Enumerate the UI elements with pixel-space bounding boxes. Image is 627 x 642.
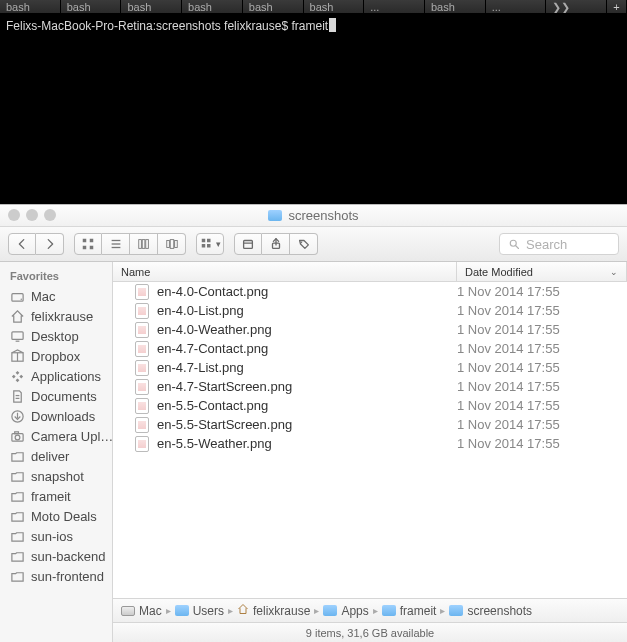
chevron-right-icon: ▸ xyxy=(166,605,171,616)
terminal-tab[interactable]: ... xyxy=(364,0,425,13)
sidebar-item-sun-frontend[interactable]: sun-frontend xyxy=(0,566,112,586)
file-list: en-4.0-Contact.png1 Nov 2014 17:55en-4.0… xyxy=(113,282,627,598)
file-row[interactable]: en-4.7-Contact.png1 Nov 2014 17:55 xyxy=(113,339,627,358)
sidebar-item-applications[interactable]: Applications xyxy=(0,366,112,386)
minimize-icon[interactable] xyxy=(26,209,38,221)
search-field[interactable]: Search xyxy=(499,233,619,255)
zoom-icon[interactable] xyxy=(44,209,56,221)
doc-icon xyxy=(10,389,25,404)
file-row[interactable]: en-4.0-Contact.png1 Nov 2014 17:55 xyxy=(113,282,627,301)
column-header-name[interactable]: Name xyxy=(113,262,457,281)
window-titlebar[interactable]: screenshots xyxy=(0,205,627,227)
terminal-tab[interactable]: bash xyxy=(182,0,243,13)
sidebar-item-label: Documents xyxy=(31,389,97,404)
sidebar-item-felixkrause[interactable]: felixkrause xyxy=(0,306,112,326)
arrange-button[interactable]: ▾ xyxy=(196,233,224,255)
terminal-pane[interactable]: Felixs-MacBook-Pro-Retina:screenshots fe… xyxy=(0,14,627,204)
path-segment-users[interactable]: Users xyxy=(175,604,224,618)
sidebar-item-sun-ios[interactable]: sun-ios xyxy=(0,526,112,546)
terminal-tab[interactable]: bash xyxy=(425,0,486,13)
terminal-tab[interactable]: bash xyxy=(61,0,122,13)
path-segment-felixkrause[interactable]: felixkrause xyxy=(237,603,310,618)
svg-rect-17 xyxy=(244,241,253,249)
image-file-icon xyxy=(135,360,149,376)
sidebar-heading: Favorites xyxy=(0,268,112,286)
sidebar-item-deliver[interactable]: deliver xyxy=(0,446,112,466)
file-date: 1 Nov 2014 17:55 xyxy=(457,436,627,451)
sidebar-item-label: felixkrause xyxy=(31,309,93,324)
window-traffic-lights[interactable] xyxy=(8,209,56,221)
home-icon xyxy=(10,309,25,324)
terminal-tab[interactable]: bash xyxy=(304,0,365,13)
svg-rect-0 xyxy=(83,239,87,243)
folder-icon xyxy=(10,529,25,544)
folder-icon xyxy=(10,569,25,584)
image-file-icon xyxy=(135,436,149,452)
forward-button[interactable] xyxy=(36,233,64,255)
sidebar-item-documents[interactable]: Documents xyxy=(0,386,112,406)
sidebar-item-mac[interactable]: Mac xyxy=(0,286,112,306)
apps-icon xyxy=(10,369,25,384)
desktop-icon xyxy=(10,329,25,344)
svg-rect-15 xyxy=(201,244,205,248)
chevron-right-icon: ▸ xyxy=(440,605,445,616)
finder-sidebar: Favorites MacfelixkrauseDesktopDropboxAp… xyxy=(0,262,113,642)
back-button[interactable] xyxy=(8,233,36,255)
new-tab-button[interactable]: + xyxy=(607,0,627,13)
terminal-tab[interactable]: ❯❯ xyxy=(546,0,607,13)
file-name: en-4.7-StartScreen.png xyxy=(157,379,292,394)
file-date: 1 Nov 2014 17:55 xyxy=(457,303,627,318)
file-name: en-5.5-StartScreen.png xyxy=(157,417,292,432)
file-row[interactable]: en-4.0-List.png1 Nov 2014 17:55 xyxy=(113,301,627,320)
path-segment-screenshots[interactable]: screenshots xyxy=(449,604,532,618)
path-segment-mac[interactable]: Mac xyxy=(121,604,162,618)
terminal-tab[interactable]: bash xyxy=(243,0,304,13)
terminal-tab[interactable]: bash xyxy=(121,0,182,13)
view-columns-button[interactable] xyxy=(130,233,158,255)
sidebar-item-label: Camera Upl… xyxy=(31,429,112,444)
sidebar-item-frameit[interactable]: frameit xyxy=(0,486,112,506)
sidebar-item-dropbox[interactable]: Dropbox xyxy=(0,346,112,366)
file-row[interactable]: en-5.5-StartScreen.png1 Nov 2014 17:55 xyxy=(113,415,627,434)
image-file-icon xyxy=(135,379,149,395)
sidebar-item-label: Dropbox xyxy=(31,349,80,364)
sidebar-item-camera-upl-[interactable]: Camera Upl… xyxy=(0,426,112,446)
image-file-icon xyxy=(135,341,149,357)
camera-icon xyxy=(10,429,25,444)
file-row[interactable]: en-5.5-Weather.png1 Nov 2014 17:55 xyxy=(113,434,627,453)
terminal-tab[interactable]: bash xyxy=(0,0,61,13)
sidebar-item-snapshot[interactable]: snapshot xyxy=(0,466,112,486)
svg-rect-14 xyxy=(207,239,211,243)
close-icon[interactable] xyxy=(8,209,20,221)
image-file-icon xyxy=(135,303,149,319)
terminal-tab[interactable]: ... xyxy=(486,0,547,13)
svg-rect-8 xyxy=(142,240,145,249)
file-row[interactable]: en-4.7-List.png1 Nov 2014 17:55 xyxy=(113,358,627,377)
path-segment-apps[interactable]: Apps xyxy=(323,604,368,618)
file-row[interactable]: en-4.7-StartScreen.png1 Nov 2014 17:55 xyxy=(113,377,627,396)
file-date: 1 Nov 2014 17:55 xyxy=(457,341,627,356)
sidebar-item-label: deliver xyxy=(31,449,69,464)
tags-button[interactable] xyxy=(290,233,318,255)
action-button[interactable] xyxy=(234,233,262,255)
folder-icon xyxy=(10,549,25,564)
share-button[interactable] xyxy=(262,233,290,255)
sidebar-item-downloads[interactable]: Downloads xyxy=(0,406,112,426)
sidebar-item-sun-backend[interactable]: sun-backend xyxy=(0,546,112,566)
sidebar-item-desktop[interactable]: Desktop xyxy=(0,326,112,346)
finder-toolbar: ▾ Search xyxy=(0,227,627,262)
folder-icon xyxy=(449,605,463,616)
sidebar-item-label: Mac xyxy=(31,289,56,304)
path-segment-frameit[interactable]: frameit xyxy=(382,604,437,618)
computer-icon xyxy=(121,606,135,616)
column-header-date[interactable]: Date Modified⌄ xyxy=(457,262,627,281)
file-row[interactable]: en-4.0-Weather.png1 Nov 2014 17:55 xyxy=(113,320,627,339)
file-row[interactable]: en-5.5-Contact.png1 Nov 2014 17:55 xyxy=(113,396,627,415)
svg-rect-25 xyxy=(12,331,23,339)
status-bar: 9 items, 31,6 GB available xyxy=(113,622,627,642)
view-coverflow-button[interactable] xyxy=(158,233,186,255)
view-list-button[interactable] xyxy=(102,233,130,255)
sidebar-item-moto-deals[interactable]: Moto Deals xyxy=(0,506,112,526)
svg-rect-10 xyxy=(166,241,169,248)
view-icons-button[interactable] xyxy=(74,233,102,255)
